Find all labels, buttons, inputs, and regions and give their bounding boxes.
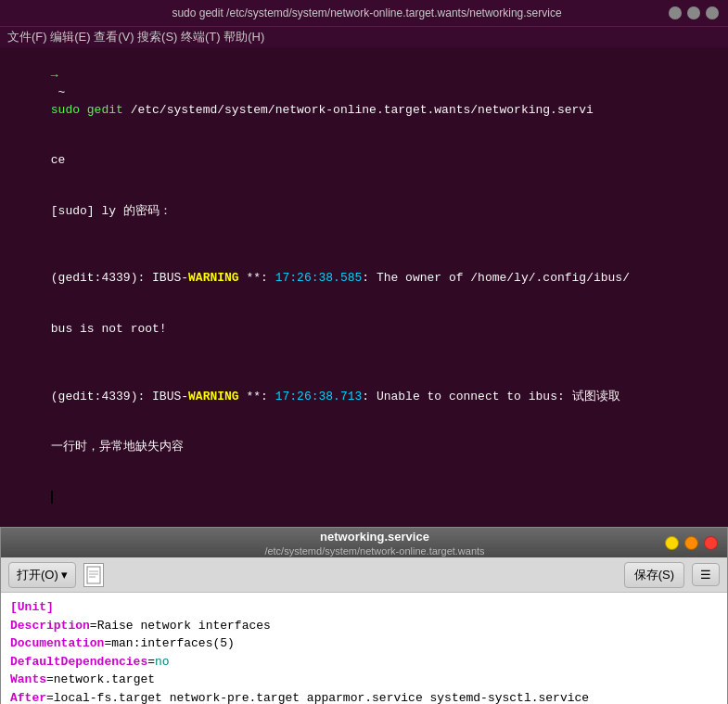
gedit-content[interactable]: [Unit] Description=Raise network interfa… xyxy=(1,593,727,704)
key-defdeps: DefaultDependencies xyxy=(10,655,147,669)
sudo-prompt: [sudo] ly 的密码： xyxy=(51,204,172,218)
path2: ce xyxy=(51,153,66,167)
gedit-window: networking.service /etc/systemd/system/n… xyxy=(0,527,728,704)
svg-rect-0 xyxy=(87,567,100,583)
minimize-button[interactable] xyxy=(669,6,682,19)
terminal-warning-2b: 一行时，异常地缺失内容 xyxy=(7,422,721,473)
gedit-maximize-button[interactable] xyxy=(684,536,698,550)
warn2-prefix: (gedit:4339): IBUS- xyxy=(51,390,188,403)
terminal-menu-items[interactable]: 文件(F) 编辑(E) 查看(V) 搜索(S) 终端(T) 帮助(H) xyxy=(7,30,264,44)
terminal-body: → ~ sudo gedit /etc/systemd/system/netwo… xyxy=(0,47,728,527)
terminal-title: sudo gedit /etc/systemd/system/network-o… xyxy=(65,6,669,19)
terminal-blank-1 xyxy=(7,237,721,253)
code-line-after: After=local-fs.target network-pre.target… xyxy=(10,689,718,704)
terminal-cursor-line xyxy=(7,473,721,524)
warn1-prefix: (gedit:4339): IBUS- xyxy=(51,271,188,285)
section-unit: [Unit] xyxy=(10,600,54,614)
terminal-blank-2 xyxy=(7,354,721,371)
terminal-line-1: → ~ sudo gedit /etc/systemd/system/netwo… xyxy=(7,51,721,135)
code-line-docs: Documentation=man:interfaces(5) xyxy=(10,634,718,653)
terminal-line-3: [sudo] ly 的密码： xyxy=(7,186,721,237)
terminal-window: sudo gedit /etc/systemd/system/network-o… xyxy=(0,0,728,527)
terminal-line-2: ce xyxy=(7,135,721,186)
warn2-time: 17:26:38.713 xyxy=(275,390,363,403)
gedit-toolbar: 打开(O) ▾ 保存(S) ☰ xyxy=(1,557,727,593)
maximize-button[interactable] xyxy=(687,6,700,19)
gedit-minimize-button[interactable] xyxy=(665,536,679,550)
terminal-warning-1: (gedit:4339): IBUS-WARNING **: 17:26:38.… xyxy=(7,253,721,304)
prompt-arrow: → xyxy=(51,69,58,83)
tilde: ~ xyxy=(51,85,72,99)
code-line-desc: Description=Raise network interfaces xyxy=(10,617,718,635)
warn2-msg: : Unable to connect to ibus: 试图读取 xyxy=(362,390,619,403)
code-line-unit: [Unit] xyxy=(10,598,718,617)
warn1-time: 17:26:38.585 xyxy=(275,271,363,285)
warn1-msg: : The owner of /home/ly/.config/ibus/ xyxy=(362,271,630,285)
key-after: After xyxy=(10,691,46,704)
code-line-defdeps: DefaultDependencies=no xyxy=(10,653,718,672)
gedit-filename: networking.service xyxy=(320,530,429,544)
key-docs: Documentation xyxy=(10,636,104,650)
gedit-close-button[interactable] xyxy=(704,536,718,550)
path1: /etc/systemd/system/network-online.targe… xyxy=(131,103,594,117)
sudo-cmd: sudo gedit xyxy=(51,103,131,117)
val-defdeps: no xyxy=(155,655,170,669)
code-line-wants: Wants=network.target xyxy=(10,671,718,689)
terminal-titlebar: sudo gedit /etc/systemd/system/network-o… xyxy=(0,0,728,26)
cursor xyxy=(51,491,53,504)
warn1b-msg: bus is not root! xyxy=(51,322,167,336)
warn2b-msg: 一行时，异常地缺失内容 xyxy=(51,440,184,454)
gedit-filepath: /etc/systemd/system/network-online.targe… xyxy=(84,545,665,557)
key-desc: Description xyxy=(10,619,90,633)
gedit-title-center: networking.service /etc/systemd/system/n… xyxy=(84,529,665,557)
save-button[interactable]: 保存(S) xyxy=(624,562,684,588)
document-icon xyxy=(83,563,104,587)
gedit-controls xyxy=(665,536,718,550)
open-button[interactable]: 打开(O) ▾ xyxy=(8,562,76,588)
terminal-controls xyxy=(669,6,719,19)
warn2-stars: **: xyxy=(239,390,275,403)
menu-button[interactable]: ☰ xyxy=(692,563,720,586)
key-wants: Wants xyxy=(10,672,46,686)
gedit-titlebar: networking.service /etc/systemd/system/n… xyxy=(1,528,727,557)
terminal-menubar: 文件(F) 编辑(E) 查看(V) 搜索(S) 终端(T) 帮助(H) xyxy=(0,26,728,47)
terminal-warning-1b: bus is not root! xyxy=(7,304,721,355)
terminal-warning-2: (gedit:4339): IBUS-WARNING **: 17:26:38.… xyxy=(7,372,721,423)
warn2-label: WARNING xyxy=(188,390,239,403)
warn1-stars: **: xyxy=(239,271,275,285)
warn1-label: WARNING xyxy=(188,271,239,285)
close-button[interactable] xyxy=(706,6,719,19)
